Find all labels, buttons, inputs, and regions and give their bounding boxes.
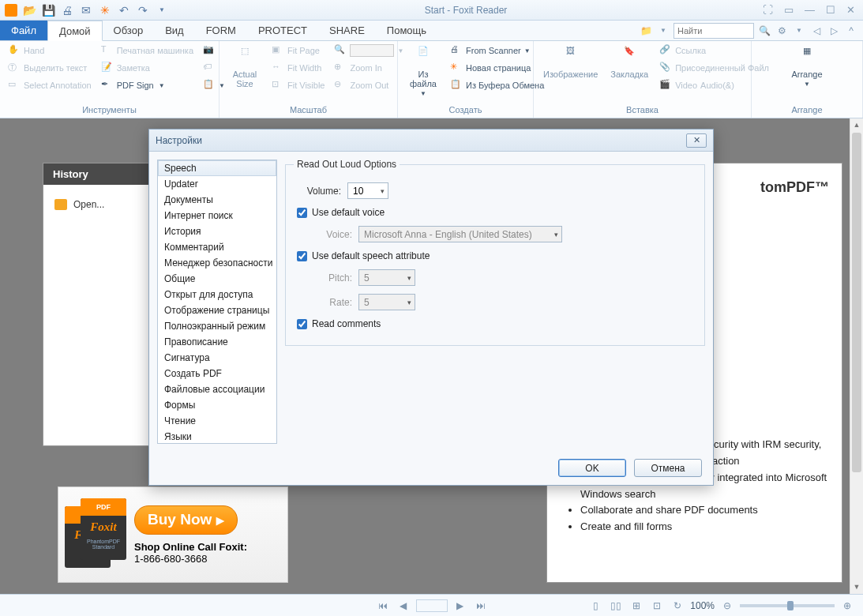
read-comments-check[interactable] [297, 319, 307, 329]
from-scanner-btn[interactable]: 🖨From Scanner▼ [447, 43, 547, 58]
voice-label: Voice: [308, 229, 352, 240]
open-icon[interactable]: 📂 [22, 3, 36, 17]
prev-page-icon[interactable]: ◀ [396, 598, 411, 614]
volume-dropdown[interactable]: 10 [347, 182, 388, 199]
new-icon[interactable]: ✳ [98, 3, 112, 17]
fit-width-btn[interactable]: ↔Fit Width [268, 60, 328, 76]
select-text-tool[interactable]: ⓉВыделить текст [5, 60, 95, 76]
fullscreen-icon[interactable]: ⛶ [763, 4, 773, 16]
vertical-scrollbar[interactable]: ▲ ▼ [850, 118, 863, 594]
default-voice-check[interactable] [297, 208, 307, 218]
save-icon[interactable]: 💾 [41, 3, 55, 17]
gear-icon[interactable]: ⚙ [775, 24, 789, 38]
dialog-title-bar[interactable]: Настройки ✕ [149, 130, 713, 152]
search-folder-icon[interactable]: 📁 [639, 24, 653, 38]
dialog-category-item[interactable]: Чтение [158, 413, 276, 429]
dialog-category-list[interactable]: SpeechUpdaterДокументыИнтернет поискИсто… [157, 160, 277, 444]
ribbon-toggle-icon[interactable]: ▭ [784, 4, 794, 16]
view-mode-3-icon[interactable]: ⊞ [628, 598, 644, 614]
hand-tool[interactable]: ✋Hand [5, 43, 95, 58]
ok-button[interactable]: OK [558, 459, 626, 477]
print-icon[interactable]: 🖨 [60, 3, 74, 17]
typewriter-tool[interactable]: TПечатная машинка [98, 43, 197, 58]
dialog-category-item[interactable]: Создать PDF [158, 366, 276, 381]
tab-protect[interactable]: PROTECT [247, 21, 318, 40]
dialog-category-item[interactable]: Speech [158, 160, 276, 176]
first-page-icon[interactable]: ⏮ [375, 598, 391, 614]
tab-view[interactable]: Вид [154, 21, 195, 40]
dialog-category-item[interactable]: Файловые ассоциации [158, 381, 276, 397]
search-dropdown-icon[interactable]: ▼ [656, 24, 670, 38]
buy-now-button[interactable]: Buy Now▸ [134, 505, 238, 535]
fit-visible-btn[interactable]: ⊡Fit Visible [268, 77, 328, 93]
tab-help[interactable]: Помощь [376, 21, 437, 40]
redo-icon[interactable]: ↷ [136, 3, 150, 17]
zoom-slider[interactable] [740, 604, 835, 607]
dialog-category-item[interactable]: Правописание [158, 334, 276, 350]
tab-share[interactable]: SHARE [318, 21, 376, 40]
default-attr-check[interactable] [297, 251, 307, 261]
tab-review[interactable]: Обзор [103, 21, 155, 40]
from-clipboard-btn[interactable]: 📋Из Буфера Обмена [447, 77, 547, 93]
default-voice-checkbox[interactable]: Use default voice [297, 207, 693, 218]
gear-dropdown-icon[interactable]: ▼ [792, 24, 806, 38]
tab-form[interactable]: FORM [195, 21, 247, 40]
actual-size-btn[interactable]: ⬚Actual Size [224, 43, 265, 105]
dialog-category-item[interactable]: Комментарий [158, 239, 276, 255]
dialog-category-item[interactable]: Отображение страницы [158, 302, 276, 318]
zoom-out-status-icon[interactable]: ⊖ [719, 598, 735, 614]
dialog-close-button[interactable]: ✕ [686, 133, 707, 148]
dialog-category-item[interactable]: Общие [158, 271, 276, 287]
zoom-in-btn[interactable]: ⊕Zoom In [331, 60, 407, 76]
scroll-down-icon[interactable]: ▼ [850, 580, 863, 594]
collapse-ribbon-icon[interactable]: ^ [844, 24, 858, 38]
zoom-combo[interactable]: 🔍▼ [331, 43, 407, 58]
next-page-icon[interactable]: ▶ [452, 598, 468, 614]
dialog-category-item[interactable]: Updater [158, 176, 276, 192]
dialog-category-item[interactable]: Формы [158, 397, 276, 413]
dialog-category-item[interactable]: Сигнатура [158, 350, 276, 366]
maximize-icon[interactable]: ☐ [826, 4, 835, 16]
default-attr-checkbox[interactable]: Use default speech attribute [297, 250, 693, 261]
file-tab[interactable]: Файл [0, 21, 47, 40]
dialog-category-item[interactable]: Менеджер безопасности [158, 255, 276, 271]
undo-icon[interactable]: ↶ [117, 3, 131, 17]
view-mode-1-icon[interactable]: ▯ [587, 598, 603, 614]
pdf-sign-tool[interactable]: ✒PDF Sign▼ [98, 77, 197, 93]
prev-find-icon[interactable]: ◁ [809, 24, 824, 38]
zoom-out-btn[interactable]: ⊖Zoom Out [331, 77, 407, 93]
scroll-up-icon[interactable]: ▲ [850, 118, 863, 132]
search-input[interactable] [674, 23, 754, 39]
view-mode-2-icon[interactable]: ▯▯ [608, 598, 624, 614]
cancel-button[interactable]: Отмена [634, 459, 702, 477]
dialog-category-item[interactable]: Открыт для доступа [158, 287, 276, 302]
image-btn[interactable]: 🖼Изображение [538, 43, 602, 105]
dialog-category-item[interactable]: История [158, 223, 276, 239]
from-file-btn[interactable]: 📄Из файла▼ [403, 43, 444, 105]
rotate-icon[interactable]: ↻ [670, 598, 685, 614]
bookmark-btn[interactable]: 🔖Закладка [606, 43, 653, 105]
ribbon-group-create-label: Создать [403, 105, 528, 116]
scroll-thumb[interactable] [852, 133, 861, 472]
dialog-category-item[interactable]: Полноэкранный режим [158, 318, 276, 334]
last-page-icon[interactable]: ⏭ [473, 598, 489, 614]
dialog-category-item[interactable]: Языки [158, 429, 276, 444]
tab-home[interactable]: Домой [47, 21, 103, 41]
zoom-in-status-icon[interactable]: ⊕ [839, 598, 855, 614]
qat-dropdown-icon[interactable]: ▼ [155, 3, 169, 17]
select-annotation-tool[interactable]: ▭Select Annotation [5, 77, 95, 93]
minimize-icon[interactable]: — [805, 4, 815, 16]
close-icon[interactable]: ✕ [846, 4, 855, 16]
dialog-category-item[interactable]: Документы [158, 192, 276, 208]
app-icon[interactable] [5, 4, 17, 17]
next-find-icon[interactable]: ▷ [827, 24, 841, 38]
dialog-category-item[interactable]: Интернет поиск [158, 208, 276, 223]
mail-icon[interactable]: ✉ [79, 3, 93, 17]
read-comments-checkbox[interactable]: Read comments [297, 318, 693, 329]
view-mode-4-icon[interactable]: ⊡ [649, 598, 665, 614]
search-icon[interactable]: 🔍 [757, 24, 771, 38]
note-tool[interactable]: 📝Заметка [98, 60, 197, 76]
fit-page-btn[interactable]: ▣Fit Page [268, 43, 328, 58]
new-page-btn[interactable]: ✳Новая страница [447, 60, 547, 76]
arrange-btn[interactable]: ▦Arrange▼ [786, 43, 827, 105]
